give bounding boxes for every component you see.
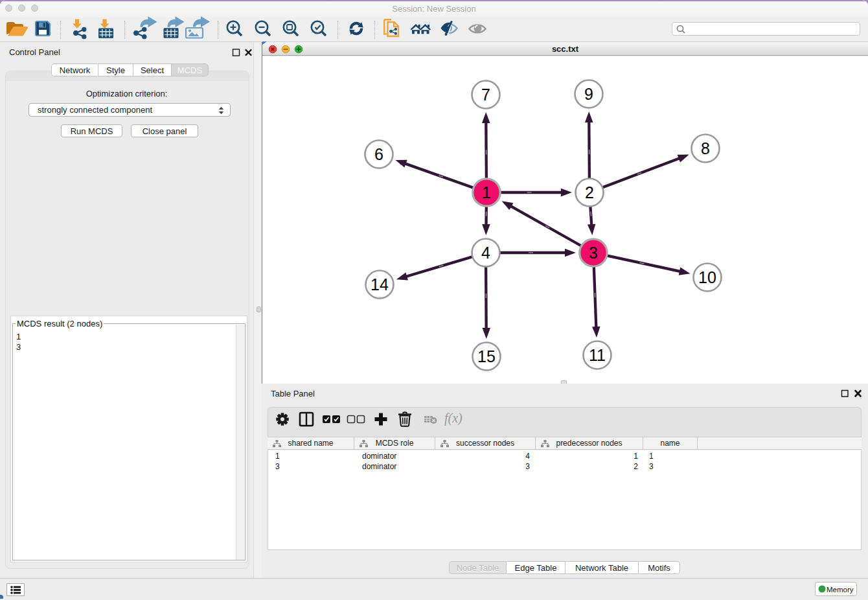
svg-text:9: 9	[584, 85, 593, 103]
svg-text:8: 8	[701, 139, 710, 157]
svg-text:15: 15	[477, 347, 496, 365]
svg-text:1: 1	[482, 183, 491, 202]
svg-text:7: 7	[481, 86, 490, 104]
svg-text:6: 6	[374, 145, 383, 163]
svg-text:11: 11	[589, 346, 606, 364]
svg-text:4: 4	[481, 244, 490, 262]
svg-text:10: 10	[698, 268, 716, 286]
svg-text:14: 14	[371, 275, 389, 294]
svg-text:3: 3	[589, 244, 598, 262]
svg-text:2: 2	[585, 183, 594, 202]
